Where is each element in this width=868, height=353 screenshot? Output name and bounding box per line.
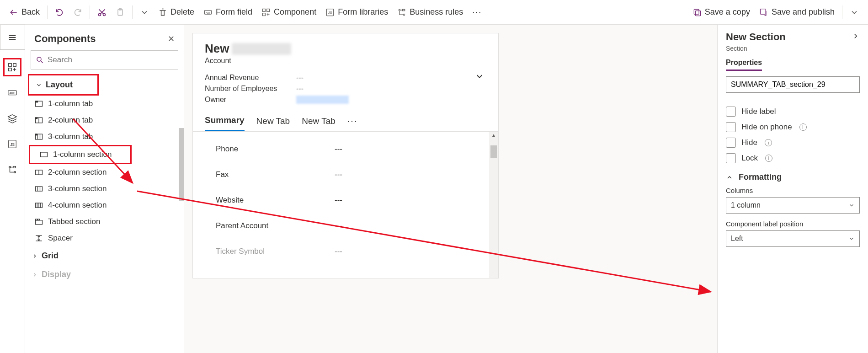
chevron-down-icon (850, 8, 859, 17)
item-1-column-tab[interactable]: 1-column tab (25, 96, 184, 112)
save-copy-button[interactable]: Save a copy (688, 5, 755, 20)
rail-formfield-button[interactable]: Abc (3, 84, 21, 102)
group-grid[interactable]: Grid (25, 246, 184, 265)
header-num-employees[interactable]: Number of Employees --- (205, 83, 486, 94)
separator (47, 5, 48, 19)
component-icon (261, 8, 271, 17)
business-rules-button[interactable]: Business rules (393, 5, 468, 20)
columns-select[interactable]: 1 column (726, 197, 860, 214)
field-label: Owner (205, 96, 296, 104)
layers-icon (7, 113, 17, 123)
field-value: --- (335, 196, 342, 205)
item-label: 2-column section (48, 168, 107, 177)
item-3-column-tab[interactable]: 3-column tab (25, 128, 184, 145)
info-icon[interactable]: i (765, 139, 772, 146)
owner-redacted (296, 96, 349, 104)
hide-label-checkbox[interactable] (726, 107, 736, 117)
svg-text:Abc: Abc (10, 91, 15, 95)
form-libraries-button[interactable]: JS Form libraries (321, 5, 393, 20)
info-icon[interactable]: i (799, 123, 807, 131)
chevron-up-icon (726, 174, 733, 181)
scrollbar-thumb[interactable] (179, 128, 184, 201)
item-tabbed-section[interactable]: Tabbed section (25, 214, 184, 230)
item-3-column-section[interactable]: 3-column section (25, 181, 184, 197)
save-publish-icon (759, 8, 768, 17)
arrow-left-icon (9, 8, 18, 17)
field-value: --- (296, 74, 304, 82)
field-website[interactable]: Website --- (216, 187, 485, 213)
overflow-button[interactable]: ··· (468, 5, 486, 20)
header-owner[interactable]: Owner (205, 94, 486, 105)
item-spacer[interactable]: Spacer (25, 230, 184, 246)
delete-button[interactable]: Delete (154, 5, 199, 20)
item-2-column-section[interactable]: 2-column section (25, 164, 184, 181)
item-1-column-section[interactable]: 1-column section (29, 145, 132, 164)
field-ticker[interactable]: Ticker Symbol --- (216, 239, 485, 264)
group-layout[interactable]: Layout (28, 74, 99, 96)
redo-button[interactable] (69, 5, 87, 20)
save-publish-button[interactable]: Save and publish (755, 5, 839, 20)
item-label: 3-column tab (48, 132, 93, 141)
components-list: Layout 1-column tab 2-column tab 3-colum… (25, 74, 184, 353)
delete-label: Delete (170, 7, 194, 17)
formatting-header[interactable]: Formatting (726, 172, 860, 182)
item-2-column-tab[interactable]: 2-column tab (25, 112, 184, 128)
chevron-down-icon (848, 202, 855, 209)
rail-rules-button[interactable] (3, 160, 21, 179)
search-box[interactable] (31, 50, 178, 70)
undo-icon (55, 8, 64, 17)
save-publish-dropdown[interactable] (845, 5, 863, 20)
svg-text:JS: JS (10, 143, 15, 147)
tab-overflow[interactable]: ··· (347, 116, 358, 131)
props-expand-button[interactable] (852, 32, 860, 42)
header-annual-revenue[interactable]: Annual Revenue --- (205, 72, 486, 83)
tab-summary[interactable]: Summary (205, 115, 245, 131)
label-position-select[interactable]: Left (726, 230, 860, 247)
header-expand-button[interactable] (474, 71, 485, 83)
scissors-icon (97, 8, 107, 17)
svg-rect-21 (695, 11, 700, 16)
paste-button[interactable] (111, 5, 129, 20)
search-input[interactable] (48, 55, 173, 64)
hide-phone-checkbox[interactable] (726, 122, 736, 132)
rail-js-button[interactable]: JS (3, 135, 21, 153)
field-fax[interactable]: Fax --- (216, 162, 485, 187)
more-dropdown[interactable] (135, 5, 154, 20)
save-copy-icon (692, 8, 702, 17)
rail-tree-button[interactable] (3, 109, 21, 128)
field-value: --- (296, 85, 304, 93)
item-label: 1-column section (53, 150, 112, 159)
section-scrollbar[interactable]: ▲ (489, 132, 498, 278)
field-parent-account[interactable]: Parent Account --- (216, 213, 485, 239)
form-tabs: Summary New Tab New Tab ··· (193, 107, 498, 132)
tab-new-2[interactable]: New Tab (302, 116, 335, 131)
section-name-input[interactable] (726, 76, 860, 93)
field-label: Annual Revenue (205, 74, 296, 82)
close-panel-button[interactable]: ✕ (168, 34, 175, 44)
rail-components-button[interactable] (3, 58, 21, 76)
svg-rect-60 (36, 220, 43, 225)
tab-new-1[interactable]: New Tab (256, 116, 290, 131)
lock-checkbox[interactable] (726, 153, 736, 163)
cut-button[interactable] (93, 5, 111, 20)
chevron-down-icon (474, 71, 485, 81)
item-4-column-section[interactable]: 4-column section (25, 197, 184, 214)
field-phone[interactable]: Phone --- (216, 136, 485, 162)
hamburger-button[interactable] (0, 25, 25, 50)
header-fields: Annual Revenue --- Number of Employees -… (193, 69, 498, 107)
back-button[interactable]: Back (5, 5, 44, 20)
component-button[interactable]: Component (257, 5, 321, 20)
js-rail-icon: JS (7, 139, 17, 149)
info-icon[interactable]: i (765, 155, 772, 162)
form-field-button[interactable]: Abc Form field (199, 5, 257, 20)
chevron-down-icon (848, 235, 855, 242)
hide-checkbox[interactable] (726, 138, 736, 148)
field-label: Phone (216, 144, 335, 154)
scroll-thumb[interactable] (490, 145, 497, 158)
group-display[interactable]: Display (25, 265, 184, 284)
form-card[interactable]: New Account Annual Revenue --- Number of… (192, 33, 499, 278)
props-tab-properties[interactable]: Properties (726, 59, 762, 71)
undo-button[interactable] (50, 5, 69, 20)
top-toolbar: Back Delete Abc Form field Component JS … (0, 0, 868, 25)
section-body[interactable]: Phone --- Fax --- Website --- Parent Acc… (193, 132, 498, 278)
